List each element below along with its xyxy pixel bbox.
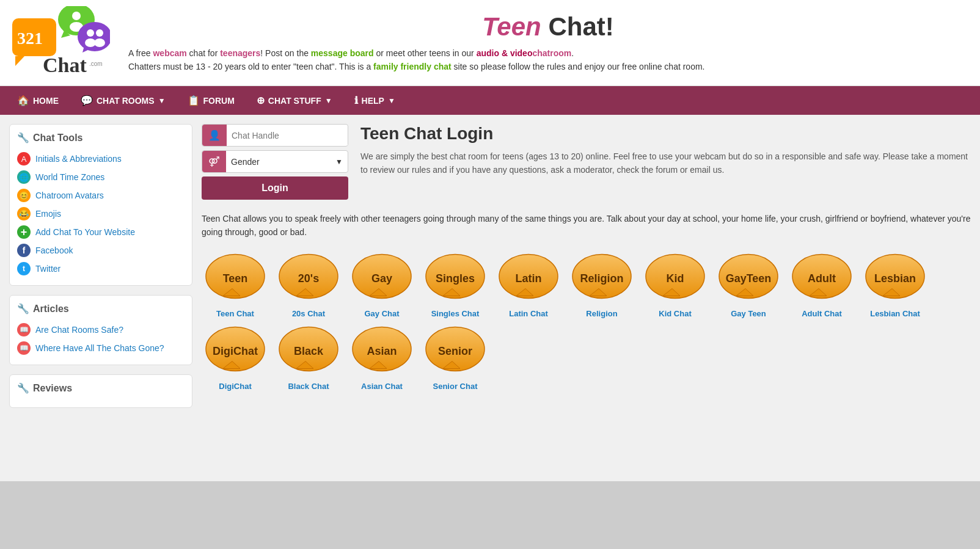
svg-text:.com: .com	[89, 60, 103, 67]
gender-icon: ⚤	[202, 151, 226, 172]
article1-icon: 📖	[17, 323, 31, 336]
message-board-link[interactable]: message board	[311, 48, 374, 58]
link-twitter[interactable]: t Twitter	[17, 260, 185, 278]
chat-room-item[interactable]: Latin Latin Chat	[495, 252, 562, 318]
nav-forum[interactable]: 📋 FORUM	[177, 86, 246, 115]
chat-room-label[interactable]: Black Chat	[288, 382, 329, 391]
teenagers-link[interactable]: teenagers	[220, 48, 260, 58]
desc-line2-text: Chatters must be 13 - 20 years old to en…	[128, 62, 373, 71]
chat-room-item[interactable]: Kid Kid Chat	[642, 252, 709, 318]
desc-line2-end: site so please follow the rules and enjo…	[452, 62, 705, 71]
chat-room-item[interactable]: Teen Teen Chat	[202, 252, 269, 318]
chat-room-label[interactable]: Teen Chat	[216, 309, 254, 318]
nav-chat-stuff-label: CHAT STUFF	[268, 96, 321, 106]
desc-text-2: chat for	[187, 48, 220, 58]
chat-room-item[interactable]: DigiChat DigiChat	[202, 324, 269, 391]
link-emojis[interactable]: 😂 Emojis	[17, 205, 185, 223]
chat-room-label[interactable]: Latin Chat	[509, 309, 548, 318]
chat-room-item[interactable]: Religion Religion	[568, 252, 635, 318]
chat-bubble-text: Religion	[580, 272, 624, 285]
chat-room-item[interactable]: Lesbian Lesbian Chat	[861, 252, 929, 318]
gender-select-wrap: ⚤ Gender Male Female Other ▼	[202, 150, 348, 173]
family-friendly-link[interactable]: family friendly chat	[373, 62, 452, 71]
audio-video-link[interactable]: audio & video	[477, 48, 533, 58]
chat-room-label[interactable]: Gay Teen	[731, 309, 766, 318]
webcam-link[interactable]: webcam	[153, 48, 186, 58]
chat-room-item[interactable]: Singles Singles Chat	[422, 252, 489, 318]
chat-stuff-dropdown-icon: ▼	[325, 96, 332, 105]
nav-home-label: HOME	[33, 96, 59, 106]
chat-bubble-text: Gay	[371, 272, 392, 285]
facebook-icon: f	[17, 244, 31, 257]
header-text: Teen Chat! A free webcam chat for teenag…	[128, 12, 968, 74]
link-add-chat[interactable]: + Add Chat To Your Website	[17, 223, 185, 241]
svg-point-11	[96, 29, 103, 37]
chat-tools-box: 🔧 Chat Tools A Initials & Abbreviations …	[9, 124, 192, 286]
svg-marker-1	[15, 56, 24, 66]
reviews-box: 🔧 Reviews	[9, 374, 192, 408]
chat-room-item[interactable]: Asian Asian Chat	[348, 324, 415, 391]
login-title: Teen Chat Login	[360, 124, 971, 144]
select-arrow-icon: ▼	[331, 153, 348, 171]
chat-room-label[interactable]: 20s Chat	[292, 309, 325, 318]
nav-chat-stuff[interactable]: ⊕ CHAT STUFF ▼	[246, 86, 343, 115]
logo-area[interactable]: 321 Chat .com	[12, 6, 110, 79]
chat-room-label[interactable]: Kid Chat	[659, 309, 691, 318]
chat-rooms-grid: Teen Teen Chat 20's 20s Chat	[202, 252, 971, 391]
link-chatroom-avatars[interactable]: 😊 Chatroom Avatars	[17, 186, 185, 205]
add-chat-icon: +	[17, 225, 31, 239]
desc-text-3: ! Post on the	[260, 48, 311, 58]
link-chats-gone[interactable]: 📖 Where Have All The Chats Gone?	[17, 339, 185, 357]
chat-room-label[interactable]: Asian Chat	[361, 382, 403, 391]
initials-label: Initials & Abbreviations	[35, 154, 122, 164]
chat-room-label[interactable]: Senior Chat	[433, 382, 478, 391]
chat-room-item[interactable]: GayTeen Gay Teen	[715, 252, 782, 318]
header-description: A free webcam chat for teenagers! Post o…	[128, 46, 968, 74]
chat-bubble-text: GayTeen	[726, 272, 772, 285]
chat-room-label[interactable]: Singles Chat	[431, 309, 480, 318]
chat-room-item[interactable]: Senior Senior Chat	[422, 324, 489, 391]
chat-room-item[interactable]: Gay Gay Chat	[348, 252, 415, 318]
nav-chat-rooms[interactable]: 💬 CHAT ROOMS ▼	[70, 86, 177, 115]
home-icon: 🏠	[17, 95, 29, 106]
login-description: Teen Chat Login We are simply the best c…	[360, 124, 971, 200]
site-title: Teen Chat!	[128, 12, 968, 42]
link-initials[interactable]: A Initials & Abbreviations	[17, 150, 185, 168]
chat-room-item[interactable]: 20's 20s Chat	[275, 252, 342, 318]
chat-room-label[interactable]: DigiChat	[219, 382, 251, 391]
link-chat-rooms-safe[interactable]: 📖 Are Chat Rooms Safe?	[17, 321, 185, 339]
chat-room-item[interactable]: Adult Adult Chat	[788, 252, 855, 318]
chat-room-label[interactable]: Adult Chat	[802, 309, 842, 318]
gender-select[interactable]: Gender Male Female Other	[226, 152, 331, 172]
chat-room-label[interactable]: Lesbian Chat	[870, 309, 920, 318]
login-button[interactable]: Login	[202, 176, 348, 200]
desc-text-4: or meet other teens in our	[374, 48, 477, 58]
twitter-icon: t	[17, 262, 31, 275]
chat-bubble: Black	[278, 324, 339, 379]
link-world-time[interactable]: 🌐 World Time Zones	[17, 168, 185, 186]
chat-bubble-text: 20's	[298, 272, 319, 285]
chat-tools-title: 🔧 Chat Tools	[17, 132, 185, 144]
article2-label: Where Have All The Chats Gone?	[35, 343, 164, 353]
nav-home[interactable]: 🏠 HOME	[6, 86, 70, 115]
world-time-icon: 🌐	[17, 170, 31, 184]
site-header: 321 Chat .com Teen	[0, 0, 980, 86]
chat-stuff-icon: ⊕	[257, 95, 265, 106]
chat-room-label[interactable]: Religion	[586, 309, 617, 318]
article2-icon: 📖	[17, 341, 31, 355]
chat-bubble: Adult	[791, 252, 852, 307]
chat-bubble: 20's	[278, 252, 339, 307]
nav-help[interactable]: ℹ HELP ▼	[343, 86, 406, 115]
chat-handle-input[interactable]	[227, 126, 348, 145]
chat-room-label[interactable]: Gay Chat	[364, 309, 399, 318]
desc-text-1: A free	[128, 48, 153, 58]
chat-bubble: Lesbian	[865, 252, 926, 307]
chat-room-item[interactable]: Black Black Chat	[275, 324, 342, 391]
chat-bubble: Singles	[425, 252, 486, 307]
chat-bubble: Senior	[425, 324, 486, 379]
help-icon: ℹ	[354, 95, 358, 106]
twitter-label: Twitter	[35, 264, 60, 274]
link-facebook[interactable]: f Facebook	[17, 241, 185, 260]
svg-text:321: 321	[17, 29, 43, 48]
desc-text-6: .	[571, 48, 574, 58]
